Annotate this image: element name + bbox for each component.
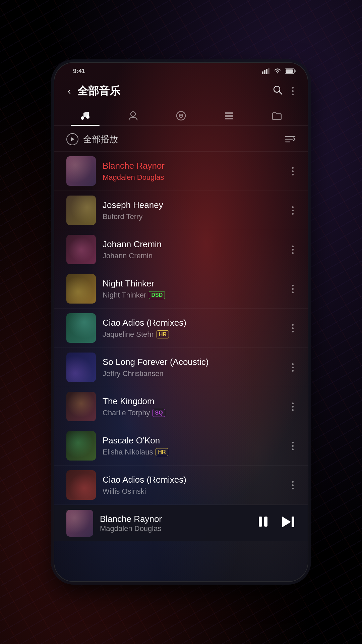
artists-icon: [127, 110, 139, 121]
svg-rect-6: [295, 70, 296, 72]
more-button-7[interactable]: [290, 400, 296, 414]
status-time: 9:41: [73, 68, 85, 75]
song-item-2[interactable]: Joseph Heaney Buford Terry: [54, 191, 308, 230]
song-info-5: Ciao Adios (Remixes) Jaqueline Stehr HR: [103, 318, 283, 339]
svg-line-8: [279, 92, 282, 94]
search-button[interactable]: [270, 83, 285, 99]
status-bar: 9:41: [54, 63, 308, 79]
signal-icon: [262, 68, 270, 74]
song-cover-5: [66, 313, 96, 343]
svg-point-12: [131, 112, 135, 116]
song-meta-8: Elisha Nikolaus HR: [103, 448, 283, 457]
next-icon: [281, 515, 296, 529]
menu-button[interactable]: [290, 85, 296, 97]
song-item-9[interactable]: Ciao Adios (Remixes) Willis Osinski: [54, 466, 308, 505]
phone-shell: 9:41: [54, 62, 308, 582]
song-item-6[interactable]: So Long Forever (Acoustic) Jeffry Christ…: [54, 348, 308, 387]
albums-icon: [175, 110, 187, 121]
tab-folders[interactable]: [253, 105, 301, 125]
more-button-6[interactable]: [290, 361, 296, 374]
song-title-3: Johann Cremin: [103, 239, 283, 250]
more-button-3[interactable]: [290, 243, 296, 257]
now-playing-artist: Magdalen Douglas: [100, 524, 249, 533]
search-icon: [273, 85, 283, 95]
back-button[interactable]: ‹: [66, 85, 72, 98]
svg-rect-18: [225, 118, 233, 119]
badge-hr-8: HR: [156, 448, 168, 456]
now-playing-controls: [255, 514, 296, 533]
svg-point-15: [180, 115, 182, 116]
song-item-8[interactable]: Pascale O'Kon Elisha Nikolaus HR: [54, 426, 308, 466]
song-meta-7: Charlie Torphy SQ: [103, 409, 283, 417]
folders-icon: [271, 110, 283, 121]
sort-icon[interactable]: [285, 135, 296, 144]
playlists-icon: [223, 110, 235, 121]
song-meta-2: Buford Terry: [103, 212, 283, 221]
svg-point-10: [86, 115, 89, 119]
song-artist-4: Night Thinker: [103, 291, 146, 300]
tab-bar: [54, 105, 308, 126]
song-artist-7: Charlie Torphy: [103, 409, 150, 417]
page-title: 全部音乐: [77, 84, 265, 99]
song-title-7: The Kingdom: [103, 396, 283, 407]
more-button-2[interactable]: [290, 204, 296, 217]
badge-dsd-4: DSD: [149, 291, 165, 299]
play-all-label: 全部播放: [83, 133, 280, 145]
song-cover-8: [66, 431, 96, 461]
svg-rect-24: [264, 517, 267, 527]
song-artist-3: Johann Cremin: [103, 252, 153, 260]
now-playing-bar[interactable]: Blanche Raynor Magdalen Douglas: [54, 505, 308, 541]
song-artist-8: Elisha Nikolaus: [103, 448, 153, 457]
more-button-9[interactable]: [290, 478, 296, 492]
song-meta-1: Magdalen Douglas: [103, 173, 283, 182]
svg-marker-25: [282, 517, 291, 527]
song-item-5[interactable]: Ciao Adios (Remixes) Jaqueline Stehr HR: [54, 309, 308, 348]
song-cover-6: [66, 353, 96, 382]
svg-rect-26: [292, 517, 294, 527]
song-info-3: Johann Cremin Johann Cremin: [103, 239, 283, 260]
tab-albums[interactable]: [157, 105, 205, 125]
tab-songs[interactable]: [61, 105, 109, 125]
song-title-9: Ciao Adios (Remixes): [103, 475, 283, 485]
pause-icon: [255, 514, 271, 529]
song-list: Blanche Raynor Magdalen Douglas Joseph H…: [54, 152, 308, 505]
nav-bar: ‹ 全部音乐: [54, 79, 308, 105]
play-all-icon: [66, 133, 78, 145]
song-info-1: Blanche Raynor Magdalen Douglas: [103, 161, 283, 182]
song-meta-5: Jaqueline Stehr HR: [103, 330, 283, 339]
svg-rect-16: [225, 112, 233, 114]
song-info-9: Ciao Adios (Remixes) Willis Osinski: [103, 475, 283, 496]
more-button-1[interactable]: [290, 164, 296, 178]
song-title-1: Blanche Raynor: [103, 161, 283, 171]
song-artist-1: Magdalen Douglas: [103, 173, 164, 182]
next-button[interactable]: [281, 515, 296, 532]
song-meta-9: Willis Osinski: [103, 487, 283, 496]
tab-playlists[interactable]: [205, 105, 253, 125]
song-cover-1: [66, 156, 96, 186]
song-item-4[interactable]: Night Thinker Night Thinker DSD: [54, 269, 308, 309]
now-playing-cover: [66, 510, 93, 537]
song-info-6: So Long Forever (Acoustic) Jeffry Christ…: [103, 357, 283, 378]
svg-rect-0: [262, 71, 263, 74]
battery-icon: [285, 68, 296, 74]
song-item-7[interactable]: The Kingdom Charlie Torphy SQ: [54, 387, 308, 426]
more-button-8[interactable]: [290, 439, 296, 453]
song-artist-9: Willis Osinski: [103, 487, 146, 496]
pause-button[interactable]: [255, 514, 271, 533]
status-icons: [262, 68, 296, 74]
now-playing-title: Blanche Raynor: [100, 514, 249, 524]
song-meta-6: Jeffry Christiansen: [103, 369, 283, 378]
song-cover-2: [66, 196, 96, 225]
song-title-2: Joseph Heaney: [103, 200, 283, 210]
tab-artists[interactable]: [109, 105, 157, 125]
more-button-4[interactable]: [290, 282, 296, 296]
song-item-3[interactable]: Johann Cremin Johann Cremin: [54, 230, 308, 269]
badge-hr-5: HR: [157, 330, 169, 338]
play-all-row[interactable]: 全部播放: [54, 127, 308, 152]
song-cover-3: [66, 235, 96, 264]
song-artist-5: Jaqueline Stehr: [103, 330, 154, 339]
svg-rect-17: [225, 115, 233, 117]
song-item-1[interactable]: Blanche Raynor Magdalen Douglas: [54, 152, 308, 191]
svg-point-9: [81, 116, 84, 120]
more-button-5[interactable]: [290, 321, 296, 335]
